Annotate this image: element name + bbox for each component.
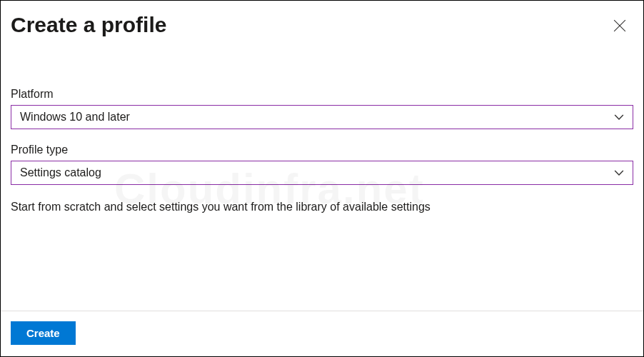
panel-footer: Create [1,311,643,356]
panel-header: Create a profile [1,1,643,38]
create-button[interactable]: Create [11,321,76,345]
platform-select-value: Windows 10 and later [20,111,130,124]
platform-select[interactable]: Windows 10 and later [11,105,633,129]
close-icon [613,19,626,34]
platform-field-group: Platform Windows 10 and later [11,88,633,129]
panel-title: Create a profile [11,12,166,38]
profile-type-select[interactable]: Settings catalog [11,161,633,185]
profile-type-field-group: Profile type Settings catalog [11,144,633,185]
profile-type-label: Profile type [11,144,633,156]
platform-label: Platform [11,88,633,101]
profile-type-description: Start from scratch and select settings y… [11,199,633,215]
chevron-down-icon [614,112,624,122]
chevron-down-icon [614,168,624,178]
close-button[interactable] [610,16,629,37]
profile-type-select-value: Settings catalog [20,166,101,179]
panel-content: Platform Windows 10 and later Profile ty… [1,38,643,311]
